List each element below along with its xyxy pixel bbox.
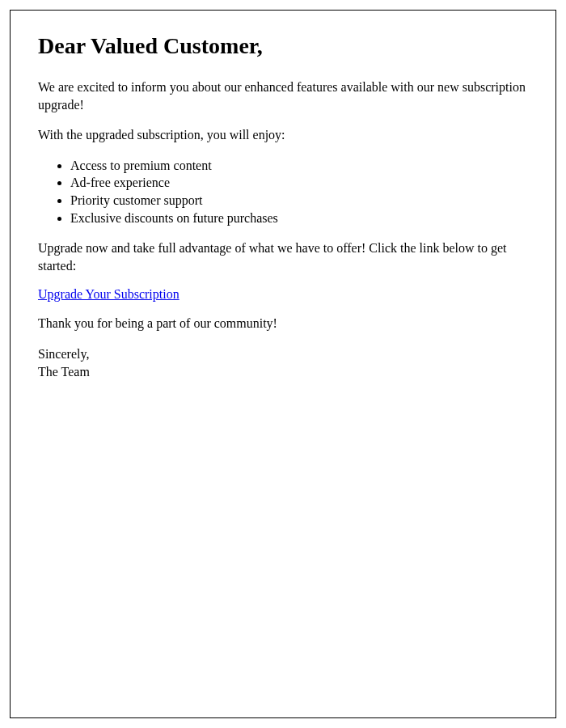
list-item: Exclusive discounts on future purchases bbox=[70, 210, 528, 227]
benefits-lead: With the upgraded subscription, you will… bbox=[38, 126, 528, 144]
list-item: Priority customer support bbox=[70, 192, 528, 210]
document-page: Dear Valued Customer, We are excited to … bbox=[10, 10, 556, 718]
benefits-list: Access to premium content Ad-free experi… bbox=[70, 157, 528, 226]
page-title: Dear Valued Customer, bbox=[38, 33, 528, 59]
signoff-line2: The Team bbox=[38, 365, 90, 379]
upgrade-link[interactable]: Upgrade Your Subscription bbox=[38, 287, 180, 301]
signoff-line1: Sincerely, bbox=[38, 347, 89, 361]
thanks-paragraph: Thank you for being a part of our commun… bbox=[38, 315, 528, 332]
list-item: Access to premium content bbox=[70, 157, 528, 175]
intro-paragraph: We are excited to inform you about our e… bbox=[38, 78, 528, 113]
signoff: Sincerely, The Team bbox=[38, 345, 528, 380]
list-item: Ad-free experience bbox=[70, 174, 528, 192]
cta-paragraph: Upgrade now and take full advantage of w… bbox=[38, 239, 528, 274]
cta-link-block: Upgrade Your Subscription bbox=[38, 287, 528, 302]
